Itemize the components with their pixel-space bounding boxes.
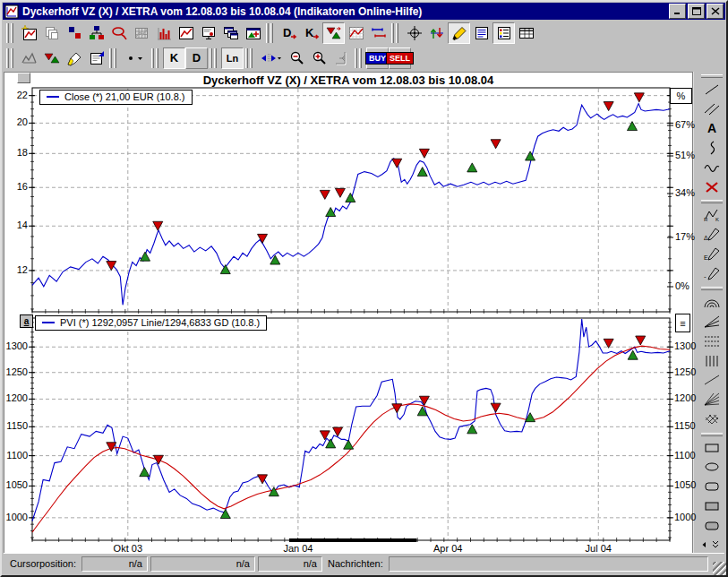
sell-marker: [634, 93, 644, 102]
copy-icon: [43, 25, 61, 41]
svg-text:A: A: [707, 121, 716, 135]
fibonacci-arcs-button[interactable]: [699, 294, 724, 312]
zigzag-tool-button[interactable]: RK: [699, 207, 724, 225]
indicators-button[interactable]: [18, 47, 40, 69]
sell-marker: [320, 190, 330, 199]
daily-view-button-label: D: [193, 51, 201, 65]
sell-marker: [335, 188, 345, 197]
rt-arcs-icon: [703, 295, 721, 311]
sell-button[interactable]: SELL: [389, 47, 411, 69]
draw-line-button[interactable]: [699, 82, 724, 99]
rt-fib-icon: [703, 334, 721, 350]
map-view-button[interactable]: [242, 22, 264, 44]
rt-ellipse-icon: [703, 460, 721, 476]
y-axis-label-right: 1150: [674, 420, 705, 431]
pvi-legend-swatch: [42, 322, 55, 323]
maximize-button[interactable]: [688, 4, 705, 19]
bar-chart-button[interactable]: [152, 22, 175, 44]
pane-button-stub[interactable]: [17, 73, 30, 83]
y-axis-label: 16: [4, 181, 28, 192]
legend-button[interactable]: [492, 22, 515, 44]
x-axis-label: Jul 04: [578, 543, 619, 554]
trend-pencil-e-button[interactable]: E: [699, 246, 724, 264]
draw-mode-button[interactable]: [448, 22, 470, 44]
new-chart-button[interactable]: [18, 22, 40, 44]
axis-shift-icon: [333, 50, 351, 66]
percent-scale-box[interactable]: %: [670, 88, 692, 104]
draw-wave-button[interactable]: [699, 159, 724, 177]
pane-menu-button[interactable]: ≡: [675, 314, 690, 332]
table-view-button[interactable]: [515, 22, 537, 44]
daily-view-button[interactable]: D: [185, 47, 208, 69]
zoom-out-button[interactable]: [286, 47, 308, 69]
title-bar[interactable]: Dyckerhoff VZ (X) / XETRA vom 12.08.03 b…: [3, 3, 725, 20]
sell-marker: [604, 102, 613, 111]
levels-button[interactable]: [367, 22, 390, 44]
sell-marker: [419, 149, 429, 158]
notes-button[interactable]: [470, 22, 492, 44]
chart-region[interactable]: Dyckerhoff VZ (X) / XETRA vom 12.08.03 b…: [4, 72, 693, 555]
y-axis-label: 1050: [4, 479, 28, 490]
toolbar-grip: [6, 23, 15, 43]
presentation-button[interactable]: [197, 22, 219, 44]
svg-text:E: E: [704, 254, 708, 261]
close-button[interactable]: [707, 4, 724, 19]
fibonacci-fan-button[interactable]: [699, 314, 724, 332]
point-style-button[interactable]: [121, 47, 150, 69]
signal-triangles-button[interactable]: [40, 47, 63, 69]
move-tool-button[interactable]: [425, 22, 448, 44]
percent-scale-label: %: [677, 90, 686, 101]
line-chart-icon: [177, 25, 195, 41]
grid-overlay-button[interactable]: [345, 22, 367, 44]
draw-ellipse-button[interactable]: [699, 459, 724, 477]
percent-axis-label: 67%: [675, 119, 706, 130]
select-tool-button[interactable]: [107, 22, 130, 44]
rt-rect-icon: [703, 441, 721, 457]
y-axis-label: 14: [4, 220, 28, 230]
resize-grip[interactable]: [713, 562, 726, 575]
application-window: Dyckerhoff VZ (X) / XETRA vom 12.08.03 b…: [0, 0, 728, 577]
move-arrows-icon: [428, 25, 446, 41]
bar-chart-icon: [155, 25, 173, 41]
status-bar: Cursorposition: n/a n/a n/a Nachrichten:: [4, 553, 724, 573]
visible-range-bar[interactable]: [289, 538, 416, 542]
price-legend-text: Close (*) 21,00 EUR (10.8.): [64, 91, 185, 102]
rt-pencil-e-icon: E: [703, 247, 721, 263]
series-settings-button[interactable]: [63, 22, 85, 44]
line-chart-button[interactable]: [175, 22, 197, 44]
minimize-button[interactable]: [669, 4, 686, 19]
y-axis-label: 1200: [4, 392, 28, 403]
levels-icon: [370, 25, 388, 41]
draw-pencil-icon: [450, 25, 468, 41]
buy-marker: [269, 487, 278, 496]
k-export-button[interactable]: K: [300, 22, 322, 44]
crosshair-button[interactable]: [403, 22, 425, 44]
signals-button[interactable]: [322, 22, 345, 44]
copy-chart-button[interactable]: [40, 22, 63, 44]
log-scale-button[interactable]: Ln: [221, 47, 244, 69]
pane-a-label: a: [24, 316, 30, 326]
rt-wave-icon: [703, 160, 721, 177]
rt-scroll-icon: [701, 539, 723, 552]
zoom-in-button[interactable]: [308, 47, 330, 69]
y-axis-label: 12: [4, 264, 28, 275]
price-legend[interactable]: Close (*) 21,00 EUR (10.8.): [39, 90, 193, 105]
x-axis-label: Apr 04: [427, 543, 468, 554]
svg-text:D: D: [283, 26, 291, 39]
kerzen-view-button[interactable]: K: [163, 47, 185, 69]
y-axis-label-right: 1200: [674, 392, 705, 403]
d-export-button[interactable]: D: [278, 22, 300, 44]
buy-marker: [628, 350, 638, 359]
pvi-legend[interactable]: PVI (*) 1292,0957 Linie/1294,6833 GD (10…: [35, 315, 267, 331]
draw-parallel-lines-button[interactable]: [699, 101, 724, 119]
window-layout-button[interactable]: [219, 22, 242, 44]
bar-width-button[interactable]: [257, 47, 286, 69]
highlight-tool-button[interactable]: [63, 47, 85, 69]
d-export-icon: D: [280, 25, 298, 41]
pane-a-button[interactable]: a: [20, 314, 33, 328]
chart-properties-button[interactable]: [85, 47, 107, 69]
sell-marker: [107, 262, 116, 271]
axis-shift-button: [330, 47, 353, 69]
toolbar-grip: [109, 48, 118, 68]
chart-objects-button[interactable]: [85, 22, 107, 44]
